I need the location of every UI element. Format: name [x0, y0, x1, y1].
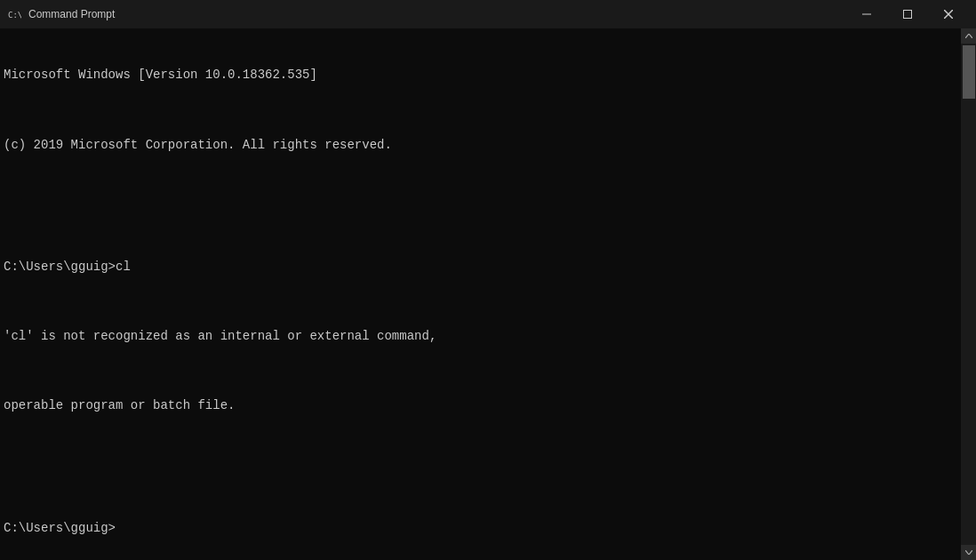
close-button[interactable]	[928, 0, 969, 28]
title-bar: C:\ Command Prompt	[0, 0, 976, 28]
scrollbar-thumb[interactable]	[963, 45, 975, 99]
window-title: Command Prompt	[28, 8, 115, 20]
window-controls	[846, 0, 969, 28]
svg-text:C:\: C:\	[8, 11, 21, 20]
output-line-2: (c) 2019 Microsoft Corporation. All righ…	[4, 137, 957, 155]
maximize-button[interactable]	[887, 0, 928, 28]
output-line-5: 'cl' is not recognized as an internal or…	[4, 328, 957, 346]
output-line-4: C:\Users\gguig>cl	[4, 259, 957, 276]
scrollbar-track-middle[interactable]	[961, 44, 976, 545]
scroll-up-button[interactable]	[961, 28, 976, 44]
output-line-8: C:\Users\gguig>	[4, 520, 957, 538]
console-area: Microsoft Windows [Version 10.0.18362.53…	[0, 28, 976, 560]
svg-rect-3	[904, 11, 912, 19]
cmd-icon: C:\	[7, 7, 21, 21]
title-bar-left: C:\ Command Prompt	[7, 7, 115, 21]
output-line-1: Microsoft Windows [Version 10.0.18362.53…	[4, 67, 957, 84]
scroll-down-button[interactable]	[961, 545, 976, 560]
vertical-scrollbar[interactable]	[961, 28, 976, 560]
command-prompt-window: C:\ Command Prompt	[0, 0, 976, 560]
console-output[interactable]: Microsoft Windows [Version 10.0.18362.53…	[0, 28, 961, 560]
minimize-button[interactable]	[846, 0, 887, 28]
output-line-6: operable program or batch file.	[4, 397, 957, 415]
